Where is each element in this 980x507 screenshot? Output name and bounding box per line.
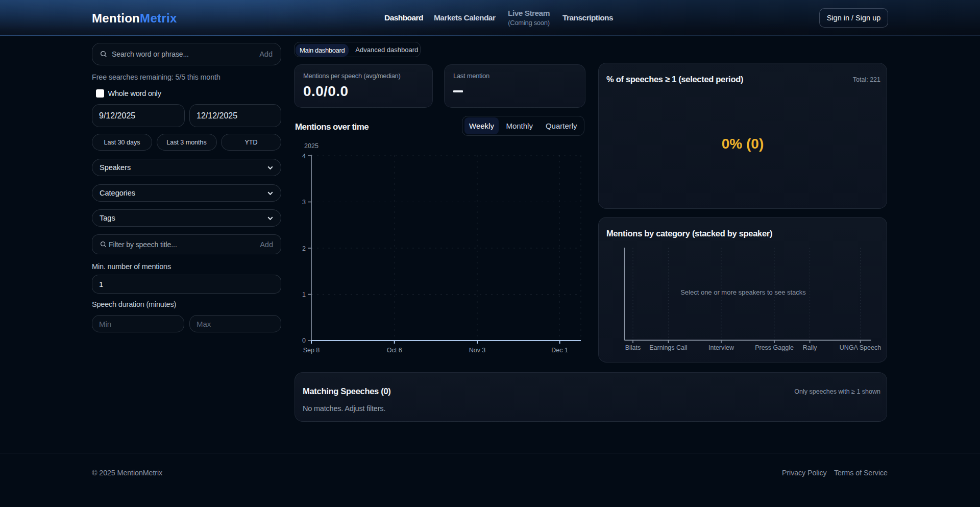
svg-text:2025: 2025 bbox=[304, 142, 318, 150]
svg-text:UNGA Speech: UNGA Speech bbox=[840, 344, 881, 351]
svg-text:0: 0 bbox=[302, 337, 306, 344]
svg-text:Interview: Interview bbox=[708, 344, 734, 351]
svg-text:Press Gaggle: Press Gaggle bbox=[755, 344, 794, 351]
svg-text:Bilats: Bilats bbox=[625, 344, 641, 351]
svg-text:Sep 8: Sep 8 bbox=[303, 347, 320, 354]
svg-text:Rally: Rally bbox=[803, 344, 818, 351]
svg-text:4: 4 bbox=[302, 153, 306, 160]
svg-text:3: 3 bbox=[302, 199, 306, 206]
svg-text:Nov 3: Nov 3 bbox=[469, 347, 486, 354]
svg-text:Earnings Call: Earnings Call bbox=[649, 344, 687, 351]
svg-text:2: 2 bbox=[302, 245, 306, 252]
svg-text:1: 1 bbox=[302, 291, 306, 298]
svg-text:Dec 1: Dec 1 bbox=[551, 347, 568, 354]
svg-text:Oct 6: Oct 6 bbox=[387, 347, 402, 354]
